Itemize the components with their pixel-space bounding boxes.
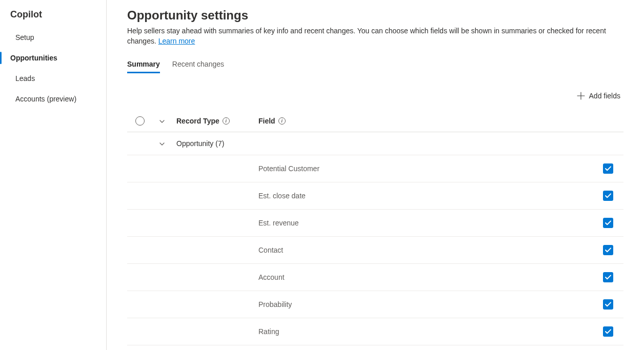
col-field-label: Field: [258, 117, 275, 125]
field-row: Account: [127, 264, 623, 291]
header-expand-toggle[interactable]: [159, 118, 165, 124]
col-record-type: Record Type: [176, 117, 258, 125]
field-row: Contact: [127, 237, 623, 264]
add-fields-label: Add fields: [589, 92, 620, 100]
field-checkbox[interactable]: [603, 326, 613, 337]
grid-header: Record Type Field: [127, 110, 623, 132]
field-name-label: Account: [258, 273, 599, 281]
sidebar-title: Copilot: [0, 9, 106, 27]
field-checkbox[interactable]: [603, 163, 613, 174]
group-label: Opportunity (7): [176, 139, 258, 148]
group-expand-toggle[interactable]: [159, 140, 165, 147]
col-field: Field: [258, 117, 599, 125]
field-checkbox[interactable]: [603, 272, 613, 282]
plus-icon: [577, 92, 585, 100]
field-row: Probability: [127, 291, 623, 318]
field-row: Rating: [127, 318, 623, 345]
learn-more-link[interactable]: Learn more: [158, 37, 195, 45]
col-record-type-label: Record Type: [176, 117, 219, 125]
field-checkbox[interactable]: [603, 218, 613, 228]
select-all-radio[interactable]: [135, 116, 145, 126]
field-name-label: Potential Customer: [258, 164, 599, 173]
fields-grid: Record Type Field Opportunity (7): [127, 110, 623, 345]
field-checkbox[interactable]: [603, 299, 613, 310]
sidebar: Copilot Setup Opportunities Leads Accoun…: [0, 0, 107, 350]
page-desc-text: Help sellers stay ahead with summaries o…: [127, 27, 606, 45]
field-name-label: Est. revenue: [258, 219, 599, 227]
main-content: Opportunity settings Help sellers stay a…: [107, 0, 644, 350]
field-name-label: Probability: [258, 300, 599, 308]
info-icon[interactable]: [223, 117, 230, 125]
toolbar: Add fields: [127, 92, 623, 100]
tabs: Summary Recent changes: [127, 56, 623, 73]
page-title: Opportunity settings: [127, 8, 623, 23]
info-icon[interactable]: [278, 117, 286, 125]
field-checkbox[interactable]: [603, 245, 613, 255]
tab-recent-changes[interactable]: Recent changes: [172, 56, 224, 73]
field-row: Est. close date: [127, 182, 623, 210]
field-name-label: Contact: [258, 246, 599, 254]
field-row: Est. revenue: [127, 210, 623, 237]
sidebar-item-setup[interactable]: Setup: [0, 27, 106, 48]
field-row: Potential Customer: [127, 155, 623, 182]
page-description: Help sellers stay ahead with summaries o…: [127, 26, 623, 47]
sidebar-item-opportunities[interactable]: Opportunities: [0, 48, 106, 68]
tab-summary[interactable]: Summary: [127, 56, 160, 73]
field-name-label: Est. close date: [258, 192, 599, 200]
sidebar-item-leads[interactable]: Leads: [0, 68, 106, 89]
field-name-label: Rating: [258, 327, 599, 336]
field-checkbox[interactable]: [603, 191, 613, 201]
group-row-opportunity: Opportunity (7): [127, 132, 623, 155]
sidebar-item-accounts[interactable]: Accounts (preview): [0, 89, 106, 109]
add-fields-button[interactable]: Add fields: [577, 92, 620, 100]
